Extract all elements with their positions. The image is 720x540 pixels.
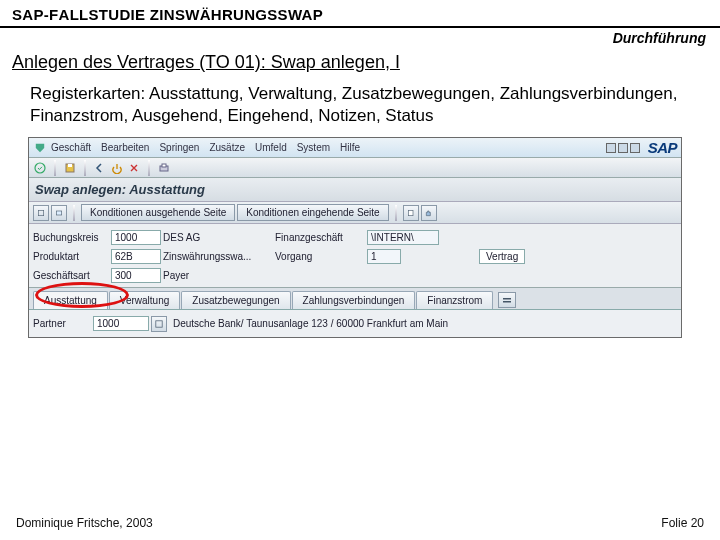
maximize-icon[interactable] xyxy=(618,143,628,153)
tab-ausstattung[interactable]: Ausstattung xyxy=(33,291,108,309)
form-row-buchungskreis: Buchungskreis 1000 DES AG Finanzgeschäft… xyxy=(33,228,677,247)
detail-area: Partner 1000 Deutsche Bank/ Taunusanlage… xyxy=(29,310,681,337)
toolbar-icon-2[interactable] xyxy=(51,205,67,221)
exit-icon[interactable] xyxy=(110,161,124,175)
tab-zusatzbewegungen[interactable]: Zusatzbewegungen xyxy=(181,291,290,309)
input-partner[interactable]: 1000 xyxy=(93,316,149,331)
slide-title-rest: ALLSTUDIE ZINSWÄHRUNGSSWAP xyxy=(59,6,323,23)
partner-search-help-icon[interactable] xyxy=(151,316,167,332)
label-partner: Partner xyxy=(33,318,93,329)
screen-title: Swap anlegen: Ausstattung xyxy=(29,178,681,202)
menu-umfeld[interactable]: Umfeld xyxy=(255,142,287,153)
menu-bearbeiten[interactable]: Bearbeiten xyxy=(101,142,149,153)
slide-title: SAP-FALLSTUDIE ZINSWÄHRUNGSSWAP xyxy=(0,0,720,28)
svg-rect-2 xyxy=(68,164,72,167)
window-menu-icon[interactable] xyxy=(33,141,47,155)
menu-zusaetze[interactable]: Zusätze xyxy=(209,142,245,153)
tab-strip: Ausstattung Verwaltung Zusatzbewegungen … xyxy=(29,288,681,310)
input-produktart[interactable]: 62B xyxy=(111,249,161,264)
svg-rect-10 xyxy=(156,320,162,326)
footer-page: Folie 20 xyxy=(661,516,704,530)
label-buchungskreis: Buchungskreis xyxy=(33,232,111,243)
sap-standard-toolbar xyxy=(29,158,681,178)
tab-zahlungsverbindungen[interactable]: Zahlungsverbindungen xyxy=(292,291,416,309)
toolbar-icon-1[interactable] xyxy=(33,205,49,221)
value-vorgang: 1 xyxy=(367,249,401,264)
svg-rect-8 xyxy=(503,298,511,300)
body-text: Registerkarten: Ausstattung, Verwaltung,… xyxy=(0,75,720,137)
btn-konditionen-ausgehend[interactable]: Konditionen ausgehende Seite xyxy=(81,204,235,221)
sap-logo: SAP xyxy=(648,139,677,156)
input-geschaeftsart[interactable]: 300 xyxy=(111,268,161,283)
header-form: Buchungskreis 1000 DES AG Finanzgeschäft… xyxy=(29,224,681,288)
label-vorgang: Vorgang xyxy=(275,251,367,262)
slide-subtitle: Durchführung xyxy=(0,28,720,48)
window-control-icons xyxy=(606,143,640,153)
footer-author: Dominique Fritsche, 2003 xyxy=(16,516,153,530)
label-finanzgeschaeft: Finanzgeschäft xyxy=(275,232,367,243)
svg-rect-4 xyxy=(162,164,166,167)
label-geschaeftsart: Geschäftsart xyxy=(33,270,111,281)
value-finanzgeschaeft: \INTERN\ xyxy=(367,230,439,245)
form-row-produktart: Produktart 62B Zinswährungsswa... Vorgan… xyxy=(33,247,677,266)
section-heading: Anlegen des Vertrages (TO 01): Swap anle… xyxy=(0,48,720,75)
svg-rect-5 xyxy=(38,210,43,215)
minimize-icon[interactable] xyxy=(606,143,616,153)
cancel-icon[interactable] xyxy=(127,161,141,175)
form-row-partner: Partner 1000 Deutsche Bank/ Taunusanlage… xyxy=(33,314,677,333)
slide-title-prefix: SAP-F xyxy=(12,6,59,23)
sap-menubar: Geschäft Bearbeiten Springen Zusätze Umf… xyxy=(29,138,681,158)
btn-konditionen-eingehend[interactable]: Konditionen eingehende Seite xyxy=(237,204,388,221)
value-vertrag: Vertrag xyxy=(479,249,525,264)
menu-springen[interactable]: Springen xyxy=(159,142,199,153)
label-produktart: Produktart xyxy=(33,251,111,262)
toolbar-icon-3[interactable] xyxy=(403,205,419,221)
input-buchungskreis[interactable]: 1000 xyxy=(111,230,161,245)
back-icon[interactable] xyxy=(93,161,107,175)
desc-buchungskreis: DES AG xyxy=(163,232,275,243)
tab-overflow-icon[interactable] xyxy=(498,292,516,308)
sap-app-toolbar: Konditionen ausgehende Seite Konditionen… xyxy=(29,202,681,224)
menu-geschaeft[interactable]: Geschäft xyxy=(51,142,91,153)
sap-window: Geschäft Bearbeiten Springen Zusätze Umf… xyxy=(28,137,682,338)
desc-geschaeftsart: Payer xyxy=(163,270,275,281)
close-icon[interactable] xyxy=(630,143,640,153)
form-row-geschaeftsart: Geschäftsart 300 Payer xyxy=(33,266,677,285)
svg-rect-6 xyxy=(56,211,61,215)
desc-produktart: Zinswährungsswa... xyxy=(163,251,275,262)
toolbar-icon-4[interactable] xyxy=(421,205,437,221)
tab-verwaltung[interactable]: Verwaltung xyxy=(109,291,180,309)
svg-rect-9 xyxy=(503,301,511,303)
menu-hilfe[interactable]: Hilfe xyxy=(340,142,360,153)
menu-system[interactable]: System xyxy=(297,142,330,153)
enter-icon[interactable] xyxy=(33,161,47,175)
print-icon[interactable] xyxy=(157,161,171,175)
svg-rect-7 xyxy=(408,210,413,215)
svg-point-0 xyxy=(35,163,45,173)
tab-finanzstrom[interactable]: Finanzstrom xyxy=(416,291,493,309)
save-icon[interactable] xyxy=(63,161,77,175)
desc-partner: Deutsche Bank/ Taunusanlage 123 / 60000 … xyxy=(173,318,448,329)
